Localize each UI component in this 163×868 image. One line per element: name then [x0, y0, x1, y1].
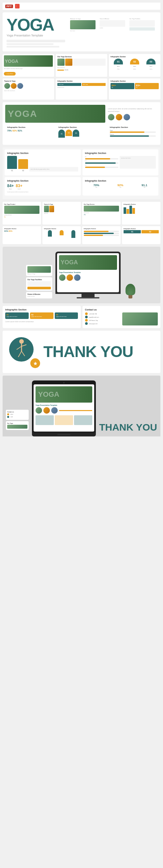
infographic-large-slide: Infographic Section 01 yoga info text he… [3, 306, 81, 328]
laptop-mockup-section: Contact us phone email Our Yoga [3, 376, 160, 436]
svg-line-7 [22, 351, 25, 356]
thank-you-slide: THANK YOU [3, 331, 160, 373]
teams-slide: Teams In Yoga team info text here [3, 79, 54, 100]
wide-yoga-image: YOGA [5, 105, 105, 123]
service-slide-2: Our Yoga Service service text 280+ [82, 202, 120, 224]
contact-slide: Contact us +123 456 789 yoga@email.com 1… [82, 306, 161, 328]
infographic-contact-row: Infographic Section 01 yoga info text he… [3, 306, 160, 328]
infographic-wide-2: Infographic Section 01 03 25 section tex… [82, 149, 159, 176]
svg-line-6 [18, 351, 22, 357]
infographic-a: Infographic Section 75% 92% 91% [5, 124, 55, 141]
inf-4-3: Infographic Section [82, 226, 120, 244]
percentage-slide: Infographic Section 70% stat 92% stat 91… [82, 177, 159, 195]
our-yoga-services-slide: Our Yoga Services text info here details [56, 54, 107, 77]
email-icon [85, 316, 88, 318]
thumb-1: Welcome To Yoga text here [69, 16, 97, 37]
stats-slide: Infographic Section 84+ label 83+ label … [5, 177, 81, 195]
side-slide-3: Vision & Mission mission text here [26, 292, 52, 299]
bottom-right-content: THANK YOU [99, 423, 157, 436]
svg-text:!: ! [16, 5, 17, 7]
side-slide-1: Welcome To Yoga [26, 265, 52, 276]
infographic-slide-small-3: Infographic Section 84+ info 83+ info [109, 79, 160, 100]
infographic-row-below: Infographic Section 75% 92% 91% Infograp… [5, 124, 158, 141]
page-container: PPT ! YOGA Yoga Presentation Template We [0, 0, 163, 439]
wide-slide-info: Lorem ipsum dolor sit amet consectetur a… [108, 107, 158, 120]
svg-line-5 [22, 345, 26, 346]
file-icon: ! [15, 4, 20, 8]
thumb-3: Our Yoga Facilities [128, 16, 157, 37]
thumb-2: Vision & Mission content [98, 16, 127, 37]
yoga-slide-1: YOGA description text here about yoga Le… [3, 54, 54, 77]
inf-4-2: Infographic Section [43, 226, 81, 244]
infographic-slide-small-2: Infographic Section 75% stat 92% stat co… [56, 79, 107, 100]
hero-slide: YOGA Yoga Presentation Template Welcome … [3, 12, 160, 52]
infographic-4col: Infographic Section [122, 202, 160, 224]
infographic-2col-1: Infographic Section 01 02 text info abou… [5, 149, 158, 176]
slide-row-2: Teams In Yoga team info text here Infogr… [3, 79, 160, 100]
top-bar: PPT ! [3, 3, 160, 10]
svg-line-4 [17, 346, 22, 349]
web-icon [85, 322, 88, 325]
hero-right: Welcome To Yoga text here Vision & Missi… [69, 16, 157, 48]
infographic-c: Infographic Section Yoga Fitness [108, 124, 158, 141]
side-slide-2: Our Yoga Facilities [26, 277, 52, 291]
phone-icon [85, 312, 88, 315]
inf-4-1: Infographic Section 63% 39% [3, 226, 41, 244]
infographic-row-4: Infographic Section 63% 39% Infographic … [3, 226, 160, 244]
ppt-badge: PPT [5, 5, 13, 8]
location-icon [85, 319, 88, 321]
plant-decoration [124, 284, 137, 299]
device-mockup-section: Welcome To Yoga Our Yoga Facilities Visi… [3, 247, 160, 303]
inf-4-4: Infographic Section 01 02 [122, 226, 160, 244]
bottom-side-slide-2: Our Yoga [6, 421, 29, 430]
bottom-side-slide-1: Contact us phone email [6, 410, 29, 420]
yoga-pose-svg [13, 338, 30, 361]
infographic-b: Infographic Section 01 02 03 [56, 124, 106, 141]
product-row: Our Yoga Product product info here 84+ T… [3, 202, 160, 224]
slide-row-1: YOGA description text here about yoga Le… [3, 54, 160, 77]
thank-you-image-container [9, 337, 38, 367]
infographic-slide-small-1: Infographic Section 01 item 02 item 03 i… [109, 54, 160, 77]
hero-left: YOGA Yoga Presentation Template [6, 16, 65, 48]
teams-slide-2: Teams In Yoga team text [43, 202, 81, 224]
thank-you-text: THANK YOU [43, 345, 133, 359]
yoga-wide-slide: YOGA Lorem ipsum dolor sit amet consecte… [3, 102, 160, 145]
monitor-mockup: YOGA Yoga Presentation Template [55, 252, 120, 299]
main-yoga-title: YOGA [6, 16, 65, 33]
laptop-mockup: YOGA Yoga Presentation Template [32, 380, 96, 436]
product-slide-1: Our Yoga Product product info here 84+ [3, 202, 41, 224]
svg-point-2 [19, 339, 24, 344]
large-infographic-section: Infographic Section 01 02 text info abou… [3, 148, 160, 199]
main-tagline: Yoga Presentation Template [6, 34, 65, 37]
infographic-wide-1: Infographic Section 01 02 text info abou… [5, 149, 81, 176]
infographic-2col-2: Infographic Section 84+ label 83+ label … [5, 177, 158, 195]
